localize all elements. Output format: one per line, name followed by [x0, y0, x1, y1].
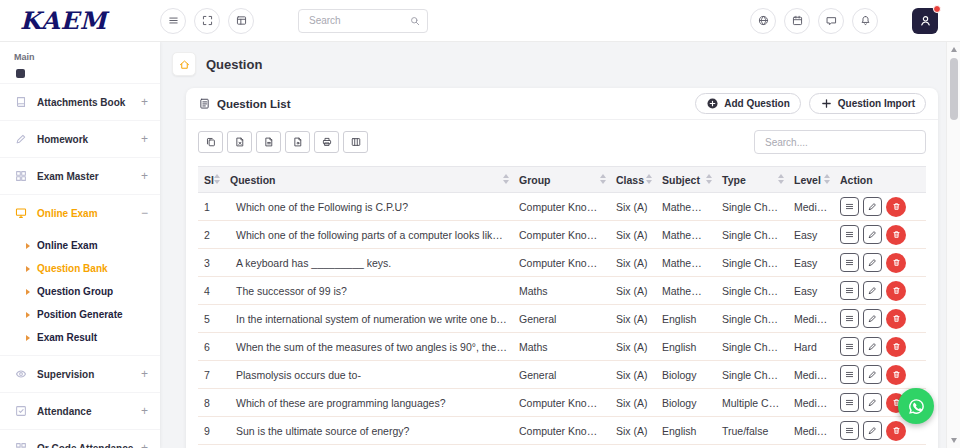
cell-type: Single Choice — [716, 305, 788, 333]
cell-type: Single Choice — [716, 333, 788, 361]
sidebar-item-online-exam[interactable]: Online Exam − — [0, 194, 160, 231]
row-delete-button[interactable] — [886, 225, 906, 245]
row-details-button[interactable] — [840, 281, 859, 300]
row-details-button[interactable] — [840, 365, 859, 384]
sidebar-section-label: Main — [0, 42, 160, 66]
cell-subject — [656, 445, 716, 448]
column-header-level[interactable]: Level — [788, 167, 834, 193]
qr-icon — [14, 441, 29, 448]
row-edit-button[interactable] — [863, 281, 882, 300]
pdf-export-button[interactable] — [285, 131, 310, 153]
cell-question: Which one of the Following is C.P.U? — [224, 193, 513, 221]
row-edit-button[interactable] — [863, 197, 882, 216]
row-delete-button[interactable] — [886, 365, 906, 385]
sidebar-item-qr-code-attendance[interactable]: Qr Code Attendance + — [0, 429, 160, 448]
question-import-button[interactable]: Question Import — [809, 93, 926, 114]
cell-subject: Mathematic — [656, 277, 716, 305]
column-header-type[interactable]: Type — [716, 167, 788, 193]
cell-level: Medium — [788, 361, 834, 389]
page-scrollbar[interactable] — [946, 42, 960, 448]
row-details-button[interactable] — [840, 337, 859, 356]
column-header-class[interactable]: Class — [610, 167, 656, 193]
question-row: 3 A keyboard has _________ keys. Compute… — [198, 249, 926, 277]
home-button[interactable] — [172, 52, 196, 76]
cell-group: Maths — [513, 277, 610, 305]
cell-action — [834, 305, 926, 333]
row-delete-button[interactable] — [886, 337, 906, 357]
row-edit-button[interactable] — [863, 365, 882, 384]
row-edit-button[interactable] — [863, 309, 882, 328]
row-edit-button[interactable] — [863, 393, 882, 412]
row-details-button[interactable] — [840, 393, 859, 412]
row-edit-button[interactable] — [863, 253, 882, 272]
row-edit-button[interactable] — [863, 337, 882, 356]
column-header-question[interactable]: Question — [224, 167, 513, 193]
whatsapp-fab-button[interactable] — [898, 388, 934, 424]
dashboard-icon[interactable] — [16, 69, 25, 78]
sidebar-item-attendance[interactable]: Attendance + — [0, 392, 160, 429]
print-export-button[interactable] — [314, 131, 339, 153]
menu-toggle-button[interactable] — [160, 8, 186, 34]
row-delete-button[interactable] — [886, 421, 906, 441]
cell-group: General — [513, 445, 610, 448]
cell-action — [834, 333, 926, 361]
sidebar-item-supervision[interactable]: Supervision + — [0, 355, 160, 392]
sidebar-menu: Attachments Book + Homework + Exam Maste… — [0, 83, 160, 448]
cell-group: Computer Knowledge — [513, 417, 610, 445]
row-delete-button[interactable] — [886, 253, 906, 273]
column-header-group[interactable]: Group — [513, 167, 610, 193]
sidebar-subitem-question-bank[interactable]: Question Bank — [0, 257, 160, 280]
sidebar-item-attachments-book[interactable]: Attachments Book + — [0, 83, 160, 120]
apps-grid-button[interactable] — [228, 8, 254, 34]
table-search-input[interactable] — [754, 130, 926, 154]
question-row: 5 In the international system of numerat… — [198, 305, 926, 333]
row-delete-button[interactable] — [886, 281, 906, 301]
cell-group: General — [513, 361, 610, 389]
question-row: 10 Heat liberated per gram of a fuel is … — [198, 445, 926, 448]
sidebar-subitem-question-group[interactable]: Question Group — [0, 280, 160, 303]
row-details-button[interactable] — [840, 253, 859, 272]
csv-export-button[interactable] — [256, 131, 281, 153]
question-row: 2 Which one of the following parts of a … — [198, 221, 926, 249]
excel-export-button[interactable] — [227, 131, 252, 153]
sidebar-item-exam-master[interactable]: Exam Master + — [0, 157, 160, 194]
sidebar-item-homework[interactable]: Homework + — [0, 120, 160, 157]
language-globe-button[interactable] — [750, 8, 776, 34]
row-details-button[interactable] — [840, 225, 859, 244]
caret-icon — [26, 289, 30, 295]
messages-button[interactable] — [818, 8, 844, 34]
scroll-up-arrow-icon[interactable] — [951, 47, 957, 52]
cell-action — [834, 249, 926, 277]
sidebar-subitem-online-exam[interactable]: Online Exam — [0, 234, 160, 257]
add-question-button[interactable]: Add Question — [695, 93, 801, 114]
sidebar-subitem-position-generate[interactable]: Position Generate — [0, 303, 160, 326]
brand-logo[interactable]: KAEM — [0, 6, 160, 35]
caret-icon — [26, 266, 30, 272]
row-details-button[interactable] — [840, 421, 859, 440]
scrollbar-thumb[interactable] — [950, 58, 958, 120]
row-delete-button[interactable] — [886, 309, 906, 329]
cell-level: Medium — [788, 389, 834, 417]
row-edit-button[interactable] — [863, 421, 882, 440]
column-header-sl[interactable]: Sl — [198, 167, 224, 193]
row-details-button[interactable] — [840, 309, 859, 328]
fullscreen-button[interactable] — [194, 8, 220, 34]
calendar-button[interactable] — [784, 8, 810, 34]
notifications-button[interactable] — [852, 8, 878, 34]
columns-export-button[interactable] — [343, 131, 368, 153]
cell-type: Multiple Choice — [716, 389, 788, 417]
expand-toggle-icon: + — [141, 132, 148, 146]
search-icon — [409, 15, 421, 27]
row-edit-button[interactable] — [863, 225, 882, 244]
column-header-subject[interactable]: Subject — [656, 167, 716, 193]
scroll-down-arrow-icon[interactable] — [951, 438, 957, 443]
expand-toggle-icon: + — [141, 404, 148, 418]
user-avatar[interactable] — [912, 8, 938, 34]
expand-toggle-icon: + — [141, 95, 148, 109]
row-delete-button[interactable] — [886, 197, 906, 217]
row-details-button[interactable] — [840, 197, 859, 216]
cell-level: Easy — [788, 221, 834, 249]
cell-class: Six (A) — [610, 249, 656, 277]
sidebar-subitem-exam-result[interactable]: Exam Result — [0, 326, 160, 349]
copy-export-button[interactable] — [198, 131, 223, 153]
